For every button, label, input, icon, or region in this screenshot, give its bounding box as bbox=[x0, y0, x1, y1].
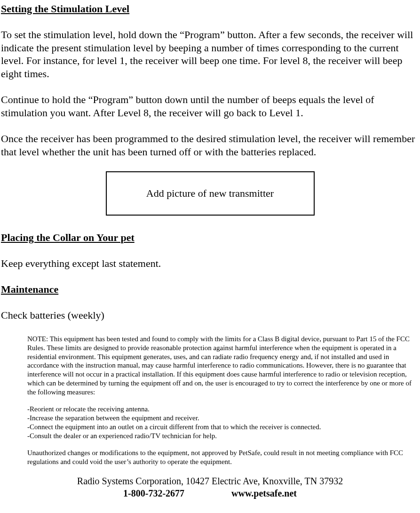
image-placeholder-wrap: Add picture of new transmitter bbox=[1, 171, 419, 216]
paragraph-stim-1: To set the stimulation level, hold down … bbox=[1, 28, 419, 80]
fcc-measure-3: -Connect the equipment into an outlet on… bbox=[1, 423, 419, 432]
heading-stimulation: Setting the Stimulation Level bbox=[1, 3, 419, 15]
paragraph-collar-1: Keep everything except last statement. bbox=[1, 257, 419, 270]
paragraph-maint-1: Check batteries (weekly) bbox=[1, 309, 419, 322]
heading-collar: Placing the Collar on Your pet bbox=[1, 232, 419, 244]
footer-phone: 1-800-732-2677 bbox=[123, 488, 184, 498]
heading-maintenance: Maintenance bbox=[1, 283, 419, 296]
fcc-warning: Unauthorized changes or modifications to… bbox=[1, 449, 419, 466]
document-page: Setting the Stimulation Level To set the… bbox=[0, 0, 420, 513]
footer-address: Radio Systems Corporation, 10427 Electri… bbox=[1, 475, 419, 487]
footer-url: www.petsafe.net bbox=[231, 488, 297, 498]
footer-contact: 1-800-732-2677www.petsafe.net bbox=[1, 487, 419, 499]
fcc-measure-4: -Consult the dealer or an experienced ra… bbox=[1, 432, 419, 441]
fcc-measure-1: -Reorient or relocate the receiving ante… bbox=[1, 405, 419, 414]
image-placeholder-text: Add picture of new transmitter bbox=[146, 187, 274, 200]
paragraph-stim-2: Continue to hold the “Program” button do… bbox=[1, 93, 419, 119]
image-placeholder-box: Add picture of new transmitter bbox=[106, 171, 315, 216]
paragraph-stim-3: Once the receiver has been programmed to… bbox=[1, 132, 419, 158]
fcc-note: NOTE: This equipment has been tested and… bbox=[1, 335, 419, 396]
fcc-measure-2: -Increase the separation between the equ… bbox=[1, 414, 419, 423]
